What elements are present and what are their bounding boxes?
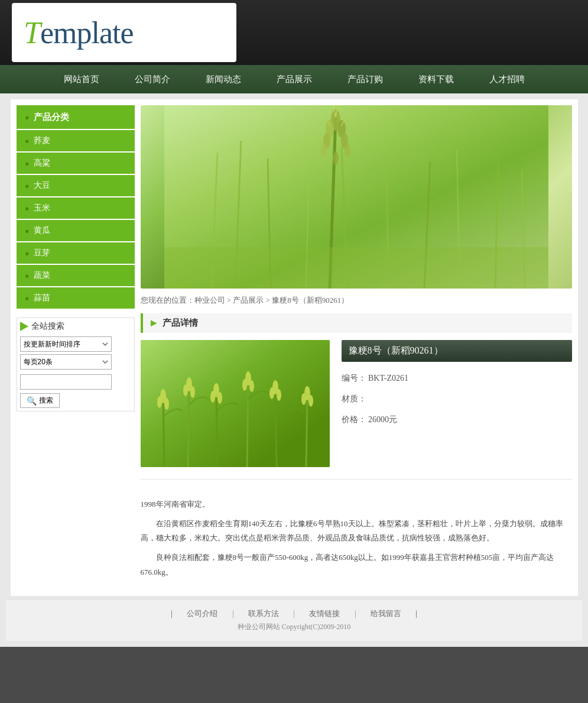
perpage-select[interactable]: 每页20条 每页10条 每页50条 xyxy=(20,354,112,370)
breadcrumb: 您现在的位置：种业公司 > 产品展示 > 豫粳8号（新稻90261） xyxy=(141,293,572,307)
desc-line3: 良种良法相配套，豫粳8号一般亩产550-600kg，高者达650kg以上。如19… xyxy=(141,550,572,579)
nav-item-recruit[interactable]: 人才招聘 xyxy=(472,65,542,93)
code-label: 编号： xyxy=(342,374,366,383)
nav-item-order[interactable]: 产品订购 xyxy=(330,65,401,93)
sidebar-item-qiaomai[interactable]: 荞麦 xyxy=(17,130,135,151)
sidebar-item-huanggua[interactable]: 黄瓜 xyxy=(17,220,135,241)
sidebar-category: 产品分类 xyxy=(17,105,135,129)
product-code: 编号： BKT-Z0261 xyxy=(342,371,572,385)
main-wrapper: 产品分类 荞麦 高粱 大豆 玉米 黄瓜 豆芽 蔬菜 蒜苗 全站搜索 按更新新时间… xyxy=(0,93,588,647)
product-description: 1998年河南省审定。 在沿黄稻区作麦稻全生育期140天左右，比豫粳6号早熟10… xyxy=(141,491,572,590)
logo-t: T xyxy=(24,16,40,50)
logo-rest: emplate xyxy=(40,16,134,50)
footer-sep-left: ｜ xyxy=(168,609,176,618)
product-price: 价格： 26000元 xyxy=(342,412,572,427)
nav-item-about[interactable]: 公司简介 xyxy=(117,65,188,93)
footer-link-friends[interactable]: 友情链接 xyxy=(309,609,340,618)
material-label: 材质： xyxy=(342,394,366,403)
sort-select[interactable]: 按更新新时间排序 按价格排序 按名称排序 xyxy=(20,336,112,352)
hero-svg xyxy=(141,105,572,289)
footer-sep2: ｜ xyxy=(290,609,298,618)
search-arrow-icon xyxy=(20,322,28,331)
footer-sep3: ｜ xyxy=(352,609,359,618)
search-input[interactable] xyxy=(20,374,112,390)
footer-sep-right: ｜ xyxy=(412,609,420,618)
code-value: BKT-Z0261 xyxy=(368,374,408,383)
footer-copyright: 种业公司网站 Copyright(C)2009-2010 xyxy=(15,622,573,632)
nav-item-home[interactable]: 网站首页 xyxy=(46,65,117,93)
search-area: 全站搜索 按更新新时间排序 按价格排序 按名称排序 每页20条 每页10条 每页… xyxy=(17,318,135,412)
main-container: 产品分类 荞麦 高粱 大豆 玉米 黄瓜 豆芽 蔬菜 蒜苗 全站搜索 按更新新时间… xyxy=(11,99,578,596)
sidebar-item-shucai[interactable]: 蔬菜 xyxy=(17,265,135,286)
content-area: 您现在的位置：种业公司 > 产品展示 > 豫粳8号（新稻90261） ► 产品详… xyxy=(141,105,572,590)
sidebar-item-dadou[interactable]: 大豆 xyxy=(17,175,135,196)
product-title: 豫粳8号（新稻90261） xyxy=(342,340,572,362)
search-title-label: 全站搜索 xyxy=(31,321,64,332)
footer-link-contact[interactable]: 联系方法 xyxy=(248,609,279,618)
desc-line2: 在沿黄稻区作麦稻全生育期140天左右，比豫粳6号早熟10天以上。株型紧凑，茎秆粗… xyxy=(141,517,572,546)
logo-container: Template xyxy=(12,3,236,62)
product-card: 豫粳8号（新稻90261） 编号： BKT-Z0261 材质： 价格： 2600… xyxy=(141,340,572,480)
section-header: ► 产品详情 xyxy=(141,313,572,333)
sidebar-item-yumi[interactable]: 玉米 xyxy=(17,197,135,219)
sidebar: 产品分类 荞麦 高粱 大豆 玉米 黄瓜 豆芽 蔬菜 蒜苗 全站搜索 按更新新时间… xyxy=(17,105,135,590)
price-value: 26000元 xyxy=(368,415,397,424)
product-image xyxy=(141,340,330,467)
footer: ｜ 公司介绍 ｜ 联系方法 ｜ 友情链接 ｜ 给我留言 ｜ 种业公司网站 Cop… xyxy=(6,599,582,641)
nav-item-news[interactable]: 新闻动态 xyxy=(188,65,259,93)
navigation: 网站首页 公司简介 新闻动态 产品展示 产品订购 资料下载 人才招聘 xyxy=(0,65,588,93)
nav-item-download[interactable]: 资料下载 xyxy=(401,65,472,93)
footer-link-about[interactable]: 公司介绍 xyxy=(187,609,217,618)
desc-line1: 1998年河南省审定。 xyxy=(141,497,572,512)
product-info: 豫粳8号（新稻90261） 编号： BKT-Z0261 材质： 价格： 2600… xyxy=(342,340,572,467)
sidebar-item-gaoliang[interactable]: 高粱 xyxy=(17,153,135,174)
section-arrow-icon: ► xyxy=(149,317,160,329)
footer-sep1: ｜ xyxy=(229,609,237,618)
footer-link-message[interactable]: 给我留言 xyxy=(371,609,401,618)
section-title: 产品详情 xyxy=(163,318,198,329)
search-title-container: 全站搜索 xyxy=(20,321,131,332)
product-material: 材质： xyxy=(342,391,572,406)
sidebar-item-douya[interactable]: 豆芽 xyxy=(17,242,135,264)
nav-item-products[interactable]: 产品展示 xyxy=(259,65,330,93)
search-icon: 🔍 xyxy=(27,396,37,406)
search-btn-label: 搜索 xyxy=(39,396,53,406)
logo: Template xyxy=(24,15,134,50)
footer-links: ｜ 公司介绍 ｜ 联系方法 ｜ 友情链接 ｜ 给我留言 ｜ xyxy=(15,608,573,619)
svg-rect-51 xyxy=(141,340,330,467)
svg-rect-25 xyxy=(164,105,548,289)
price-label: 价格： xyxy=(342,415,366,424)
sidebar-item-suanmiao[interactable]: 蒜苗 xyxy=(17,287,135,309)
search-button[interactable]: 🔍 搜索 xyxy=(20,393,60,408)
hero-image xyxy=(141,105,572,289)
header: Template xyxy=(0,0,588,65)
